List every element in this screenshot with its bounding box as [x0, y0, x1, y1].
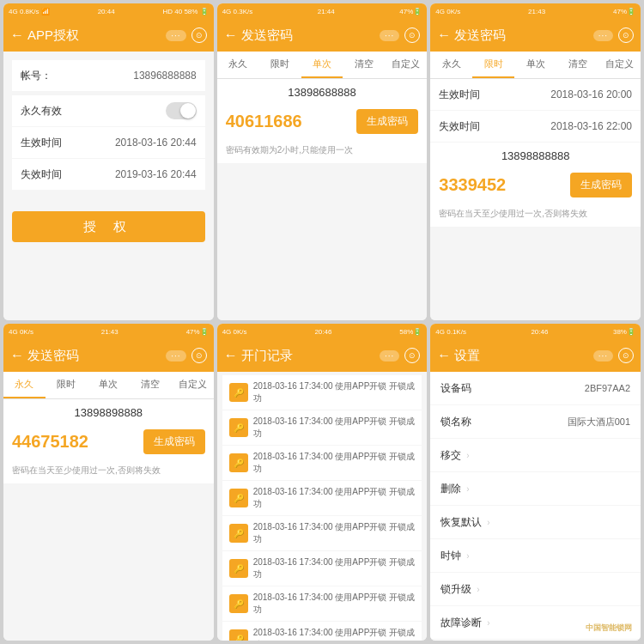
- start-time-label: 生效时间: [21, 136, 64, 150]
- screen-app-auth: 4G 0.8K/s 📶 20:44 HD 40 58% 🔋 ← APP授权 ··…: [3, 3, 214, 320]
- auth-button[interactable]: 授 权: [12, 211, 205, 242]
- status-bar-1: 4G 0.8K/s 📶 20:44 HD 40 58% 🔋: [3, 3, 214, 19]
- device-code-label: 设备码: [440, 381, 471, 396]
- generate-btn-2[interactable]: 生成密码: [356, 109, 418, 134]
- record-item-4: 🔑 2018-03-16 17:34:00 使用APP开锁 开锁成功: [222, 516, 422, 550]
- screen-send-timelimit: 4G 0K/s 21:43 47%🔋 ← 发送密码 ··· ⊙ 永久 限时 单次…: [430, 3, 641, 320]
- header-6: ← 设置 ··· ⊙: [430, 339, 641, 372]
- header-actions-1: ··· ⊙: [166, 27, 206, 43]
- end-time-label: 失效时间: [21, 167, 64, 182]
- back-button-3[interactable]: ←: [437, 27, 451, 43]
- status-left-2: 4G 0.3K/s: [222, 8, 253, 15]
- transfer-row[interactable]: 移交 ›: [430, 439, 641, 471]
- title-4: 发送密码: [27, 348, 79, 364]
- header-2: ← 发送密码 ··· ⊙: [217, 19, 428, 52]
- password-row-4: 44675182 生成密码: [3, 422, 214, 461]
- toggle-dot: [180, 103, 196, 118]
- screens-grid: 4G 0.8K/s 📶 20:44 HD 40 58% 🔋 ← APP授权 ··…: [3, 3, 641, 641]
- lock-name-label: 锁名称: [440, 415, 471, 429]
- more-button-1[interactable]: ···: [166, 30, 185, 41]
- header-actions-5: ··· ⊙: [380, 348, 420, 363]
- tab-single-4[interactable]: 单次: [88, 372, 130, 398]
- tab-permanent-3[interactable]: 永久: [430, 52, 472, 78]
- chevron-clock: ›: [466, 551, 469, 561]
- record-item-1: 🔑 2018-03-16 17:34:00 使用APP开锁 开锁成功: [222, 410, 422, 445]
- tab-clear-4[interactable]: 清空: [130, 372, 172, 398]
- permanent-row: 永久有效: [12, 95, 205, 126]
- settings-icon-3[interactable]: ⊙: [618, 27, 634, 43]
- status-bar-3: 4G 0K/s 21:43 47%🔋: [430, 3, 641, 19]
- upgrade-row[interactable]: 锁升级 ›: [430, 573, 641, 605]
- reset-label: 恢复默认: [440, 515, 482, 530]
- start-time-row: 生效时间 2018-03-16 20:44: [12, 127, 205, 158]
- content-4: 13898898888 44675182 生成密码 密码在当天至少使用过一次,否…: [3, 399, 214, 641]
- screen-send-single: 4G 0.3K/s 21:44 47%🔋 ← 发送密码 ··· ⊙ 永久 限时 …: [217, 3, 428, 320]
- tab-timelimit-4[interactable]: 限时: [46, 372, 88, 398]
- tab-single-3[interactable]: 单次: [514, 52, 556, 78]
- account-label: 帐号：: [21, 69, 64, 83]
- settings-icon-1[interactable]: ⊙: [191, 27, 207, 43]
- back-button-6[interactable]: ←: [437, 348, 451, 363]
- tab-timelimit-3[interactable]: 限时: [472, 52, 514, 78]
- tab-clear-3[interactable]: 清空: [556, 52, 598, 78]
- start-label-3: 生效时间: [439, 88, 482, 102]
- back-button-5[interactable]: ←: [224, 348, 238, 363]
- more-button-5[interactable]: ···: [380, 350, 399, 361]
- content-1: 帐号： 13896888888 永久有效 生效时间 2018-03-16 20:…: [3, 52, 214, 320]
- password-row-3: 3339452 生成密码: [430, 166, 641, 204]
- content-2: 13898688888 40611686 生成密码 密码有效期为2小时,只能使用…: [217, 79, 428, 320]
- chevron-reset: ›: [487, 518, 489, 527]
- title-3: 发送密码: [454, 27, 506, 44]
- lock-name-row: 锁名称 国际大酒店001: [430, 405, 641, 438]
- back-button-1[interactable]: ←: [10, 27, 24, 43]
- reset-row[interactable]: 恢复默认 ›: [430, 506, 641, 538]
- back-button-2[interactable]: ←: [224, 27, 238, 43]
- back-button-4[interactable]: ←: [10, 348, 24, 363]
- more-button-6[interactable]: ···: [593, 350, 613, 361]
- record-item-3: 🔑 2018-03-16 17:34:00 使用APP开锁 开锁成功: [222, 481, 422, 515]
- settings-icon-5[interactable]: ⊙: [404, 348, 420, 363]
- header-3: ← 发送密码 ··· ⊙: [430, 19, 641, 52]
- record-text-6: 2018-03-16 17:34:00 使用APP开锁 开锁成功: [253, 592, 416, 616]
- tab-custom-2[interactable]: 自定义: [385, 52, 427, 78]
- tab-permanent-4[interactable]: 永久: [3, 372, 46, 398]
- delete-row[interactable]: 删除 ›: [430, 472, 641, 505]
- chevron-delete: ›: [466, 484, 469, 494]
- generate-btn-3[interactable]: 生成密码: [570, 173, 632, 197]
- record-text-7: 2018-03-16 17:34:00 使用APP开锁 开锁成功: [253, 627, 416, 641]
- account-row: 帐号： 13896888888: [12, 60, 205, 91]
- status-bar-6: 4G 0.1K/s 20:46 38%🔋: [430, 324, 641, 339]
- tab-timelimit-2[interactable]: 限时: [259, 52, 301, 78]
- settings-icon-6[interactable]: ⊙: [618, 348, 634, 363]
- tab-permanent-2[interactable]: 永久: [217, 52, 259, 78]
- header-actions-2: ··· ⊙: [380, 27, 420, 43]
- status-left-1: 4G 0.8K/s 📶: [9, 8, 50, 15]
- record-icon-5: 🔑: [229, 559, 248, 578]
- generate-btn-4[interactable]: 生成密码: [143, 429, 205, 454]
- record-item-5: 🔑 2018-03-16 17:34:00 使用APP开锁 开锁成功: [222, 551, 422, 586]
- more-button-2[interactable]: ···: [380, 30, 399, 41]
- phone-display-3: 13898888888: [430, 143, 641, 166]
- title-1: APP授权: [27, 27, 79, 44]
- start-time-row-3: 生效时间 2018-03-16 20:00: [430, 79, 641, 110]
- clock-row[interactable]: 时钟 ›: [430, 539, 641, 572]
- tab-single-2[interactable]: 单次: [301, 52, 343, 78]
- password-hint-3: 密码在当天至少使用过一次,否则将失效: [430, 204, 641, 227]
- permanent-toggle[interactable]: [166, 102, 197, 119]
- tab-custom-4[interactable]: 自定义: [172, 372, 214, 398]
- tab-bar-4: 永久 限时 单次 清空 自定义: [3, 372, 214, 399]
- tab-clear-2[interactable]: 清空: [343, 52, 385, 78]
- more-button-4[interactable]: ···: [166, 350, 185, 361]
- tab-custom-3[interactable]: 自定义: [598, 52, 641, 78]
- status-right-6: 38%🔋: [613, 328, 635, 336]
- settings-icon-4[interactable]: ⊙: [191, 348, 207, 363]
- header-5: ← 开门记录 ··· ⊙: [217, 339, 428, 372]
- record-icon-2: 🔑: [229, 453, 248, 472]
- settings-icon-2[interactable]: ⊙: [404, 27, 420, 43]
- screen-records: 4G 0K/s 20:46 58%🔋 ← 开门记录 ··· ⊙ 🔑 2018-0…: [217, 324, 428, 641]
- password-hint-2: 密码有效期为2小时,只能使用一次: [217, 141, 428, 163]
- record-item-7: 🔑 2018-03-16 17:34:00 使用APP开锁 开锁成功: [222, 622, 422, 641]
- more-button-3[interactable]: ···: [593, 30, 613, 41]
- header-actions-6: ··· ⊙: [593, 348, 634, 363]
- status-right-2: 47%🔋: [399, 8, 422, 15]
